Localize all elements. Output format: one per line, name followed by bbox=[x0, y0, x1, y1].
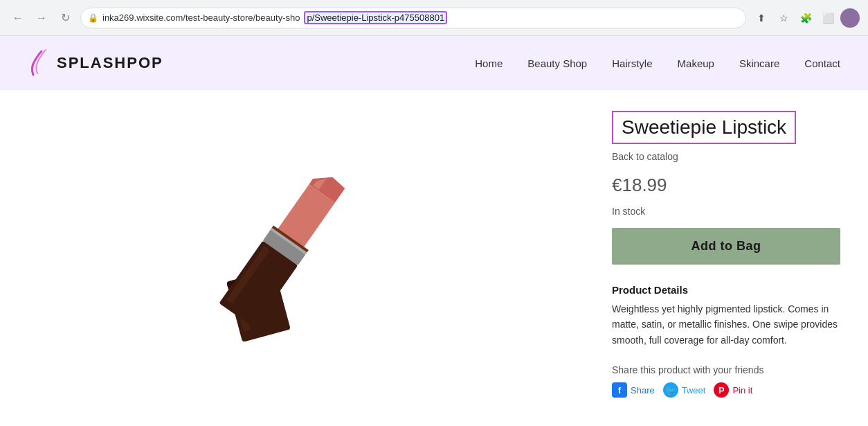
nav-skincare[interactable]: Skincare bbox=[739, 57, 779, 69]
site-nav: Home Beauty Shop Hairstyle Makeup Skinca… bbox=[475, 57, 840, 69]
share-pinterest-button[interactable]: P Pin it bbox=[714, 382, 752, 398]
extensions-button[interactable]: 🧩 bbox=[796, 8, 815, 28]
share-facebook-button[interactable]: f Share bbox=[612, 382, 655, 398]
browser-chrome: ← → ↻ 🔒 inka269.wixsite.com/test-beauty-… bbox=[0, 0, 868, 36]
nav-hairstyle[interactable]: Hairstyle bbox=[612, 57, 652, 69]
share-twitter-button[interactable]: 🐦 Tweet bbox=[663, 382, 706, 398]
share-title: Share this product with your friends bbox=[612, 364, 840, 375]
product-price: €18.99 bbox=[612, 175, 840, 196]
product-details-title: Product Details bbox=[612, 284, 840, 296]
site-header: SPLASHPOP Home Beauty Shop Hairstyle Mak… bbox=[0, 36, 868, 90]
site-wrapper: SPLASHPOP Home Beauty Shop Hairstyle Mak… bbox=[0, 36, 868, 426]
nav-makeup[interactable]: Makeup bbox=[678, 57, 714, 69]
bookmark-button[interactable]: ☆ bbox=[774, 8, 793, 28]
share-buttons: f Share 🐦 Tweet P Pin it bbox=[612, 382, 840, 398]
share-facebook-label: Share bbox=[631, 385, 655, 396]
back-to-catalog-link[interactable]: Back to catalog bbox=[612, 151, 840, 162]
nav-contact[interactable]: Contact bbox=[804, 57, 840, 69]
share-twitter-label: Tweet bbox=[682, 385, 706, 396]
nav-beauty-shop[interactable]: Beauty Shop bbox=[527, 57, 587, 69]
lock-icon: 🔒 bbox=[88, 13, 98, 23]
nav-home[interactable]: Home bbox=[475, 57, 503, 69]
share-page-button[interactable]: ⬆ bbox=[752, 8, 771, 28]
product-title: Sweetiepie Lipstick bbox=[612, 111, 796, 144]
back-button[interactable]: ← bbox=[8, 8, 28, 28]
product-image bbox=[157, 123, 462, 386]
twitter-icon: 🐦 bbox=[663, 382, 678, 398]
url-highlight: p/Sweetiepie-Lipstick-p475508801 bbox=[304, 11, 447, 24]
pinterest-icon: P bbox=[714, 382, 729, 398]
logo-text: SPLASHPOP bbox=[57, 54, 163, 72]
share-pinterest-label: Pin it bbox=[732, 385, 752, 396]
product-area: Sweetiepie Lipstick Back to catalog €18.… bbox=[0, 90, 868, 418]
add-to-bag-button[interactable]: Add to Bag bbox=[612, 228, 840, 265]
forward-button[interactable]: → bbox=[32, 8, 51, 28]
browser-nav-group: ← → ↻ bbox=[8, 8, 75, 28]
logo-link[interactable]: SPLASHPOP bbox=[28, 48, 163, 78]
browser-action-group: ⬆ ☆ 🧩 ⬜ bbox=[752, 8, 860, 28]
reload-button[interactable]: ↻ bbox=[55, 8, 75, 28]
address-bar[interactable]: 🔒 inka269.wixsite.com/test-beauty-store/… bbox=[80, 8, 746, 28]
product-image-column bbox=[28, 111, 591, 398]
split-view-button[interactable]: ⬜ bbox=[818, 8, 838, 28]
product-details-text: Weightless yet highly pigmented lipstick… bbox=[612, 301, 840, 348]
url-prefix: inka269.wixsite.com/test-beauty-store/be… bbox=[102, 12, 300, 23]
logo-icon bbox=[28, 48, 50, 78]
product-info-column: Sweetiepie Lipstick Back to catalog €18.… bbox=[591, 111, 840, 398]
stock-status: In stock bbox=[612, 206, 840, 217]
facebook-icon: f bbox=[612, 382, 627, 398]
profile-avatar-button[interactable] bbox=[840, 8, 860, 28]
